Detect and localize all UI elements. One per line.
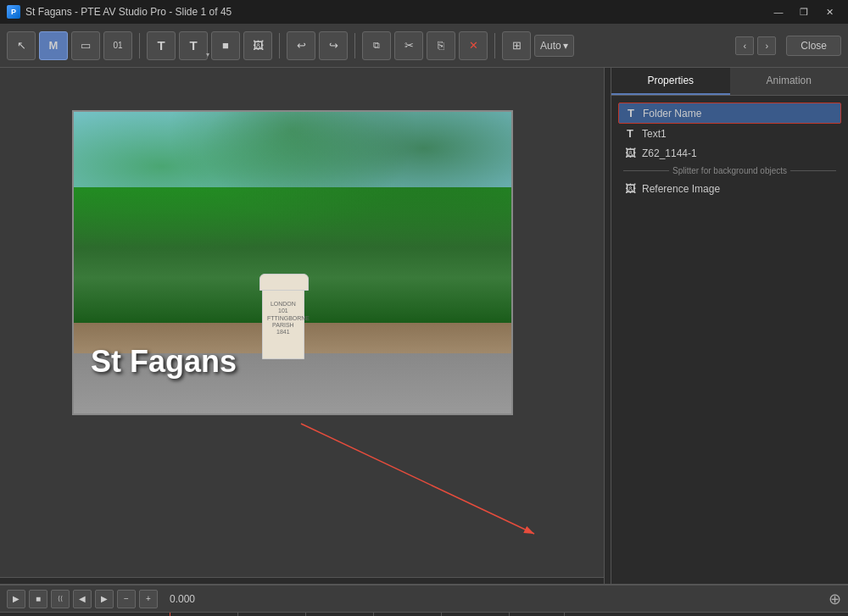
timeline-body xyxy=(0,613,848,616)
tree-overlay xyxy=(74,112,511,293)
stop-button[interactable]: ■ xyxy=(29,590,47,608)
z62-icon: 🖼 xyxy=(623,147,637,159)
vertical-scrollbar[interactable] xyxy=(604,68,611,584)
maximize-button[interactable]: ❒ xyxy=(792,3,816,20)
layer-text1[interactable]: T Text1 xyxy=(618,124,841,143)
timeline-controls: ▶ ■ ⟨⟨ ◀ ▶ − + 0.000 ⊕ xyxy=(0,585,848,613)
app-icon: P xyxy=(7,5,20,19)
toolbar: ↖ M ▭ 01 T T ▾ ■ 🖼 ↩ ↪ ⧉ ✂ ⎘ ✕ ⊞ Auto ▾ … xyxy=(0,24,848,68)
dashed-line-5 xyxy=(509,613,510,616)
auto-dropdown-label: Auto xyxy=(540,40,561,52)
separator-1 xyxy=(139,33,140,58)
nav-arrows: ‹ › Close xyxy=(735,36,841,56)
layer-z62-label: Z62_1144-1 xyxy=(642,147,697,159)
dashed-line-2 xyxy=(305,613,306,616)
minimize-button[interactable]: — xyxy=(767,3,790,20)
timeline-time-display: 0.000 xyxy=(170,593,195,605)
minus-button[interactable]: − xyxy=(117,590,136,608)
dashed-line-6 xyxy=(564,613,565,616)
text1-icon: T xyxy=(623,127,637,140)
timeline-track-area xyxy=(0,613,848,616)
separator-3 xyxy=(354,33,355,58)
step-fwd-button[interactable]: ▶ xyxy=(95,590,114,608)
shape-tool-button[interactable]: ■ xyxy=(211,31,240,60)
text-icon: T xyxy=(624,107,638,119)
layer-text1-label: Text1 xyxy=(642,128,667,140)
svg-line-1 xyxy=(301,424,534,534)
mask-tool-button[interactable]: M xyxy=(39,31,68,60)
panel-tabs: Properties Animation xyxy=(611,68,848,96)
dashed-line-1 xyxy=(237,613,238,616)
slide-view-button[interactable]: ⊞ xyxy=(502,31,531,60)
window-title: St Fagans - PTE AV Studio Pro - Slide 1 … xyxy=(25,6,232,18)
reference-image-icon: 🖼 xyxy=(623,182,637,195)
slide-background: LONDON101FTTINGBORNEPARISH1841 St Fagans xyxy=(74,112,511,413)
dashed-line-4 xyxy=(441,613,442,616)
auto-dropdown[interactable]: Auto ▾ xyxy=(534,35,574,57)
separator-4 xyxy=(494,33,495,58)
playhead-line xyxy=(170,613,170,616)
copy-button[interactable]: ⎘ xyxy=(427,31,455,60)
rewind-button[interactable]: ⟨⟨ xyxy=(51,590,70,608)
main-area: LONDON101FTTINGBORNEPARISH1841 St Fagans… xyxy=(0,68,848,584)
close-button[interactable]: Close xyxy=(786,36,841,56)
play-button[interactable]: ▶ xyxy=(7,590,25,608)
tab-animation[interactable]: Animation xyxy=(730,68,849,95)
tab-properties[interactable]: Properties xyxy=(611,68,730,95)
next-arrow-button[interactable]: › xyxy=(757,36,776,55)
window-controls: — ❒ ✕ xyxy=(767,3,841,20)
cut-button[interactable]: ✂ xyxy=(394,31,423,60)
text-tool-button[interactable]: T xyxy=(147,31,176,60)
milestone-top xyxy=(259,274,309,291)
close-window-button[interactable]: ✕ xyxy=(817,3,841,20)
move-icon[interactable]: ⊕ xyxy=(828,590,841,608)
image-tool-button[interactable]: 🖼 xyxy=(243,31,272,60)
title-left: P St Fagans - PTE AV Studio Pro - Slide … xyxy=(7,5,232,19)
plus-button[interactable]: + xyxy=(139,590,158,608)
frame-tool-button[interactable]: ▭ xyxy=(71,31,100,60)
delete-button[interactable]: ✕ xyxy=(459,31,488,60)
copy-timing-button[interactable]: ⧉ xyxy=(362,31,391,60)
cursor-tool-button[interactable]: ↖ xyxy=(7,31,36,60)
titlebar: P St Fagans - PTE AV Studio Pro - Slide … xyxy=(0,0,848,24)
layer-reference-image-label: Reference Image xyxy=(642,183,720,195)
horizontal-scrollbar[interactable] xyxy=(0,577,604,584)
layer-z62[interactable]: 🖼 Z62_1144-1 xyxy=(618,143,841,163)
timeline-arrow-svg xyxy=(0,613,848,616)
slide-title-text: St Fagans xyxy=(91,344,237,380)
panel-content: T Folder Name T Text1 🖼 Z62_1144-1 Split… xyxy=(611,96,848,584)
timeline: ▶ ■ ⟨⟨ ◀ ▶ − + 0.000 ⊕ xyxy=(0,584,848,616)
layer-folder-name-label: Folder Name xyxy=(643,108,701,119)
counter-tool-button[interactable]: 01 xyxy=(103,31,132,60)
prev-arrow-button[interactable]: ‹ xyxy=(735,36,754,55)
text-tool-dropdown[interactable]: T xyxy=(179,31,208,60)
separator-2 xyxy=(279,33,280,58)
undo-button[interactable]: ↩ xyxy=(287,31,315,60)
canvas-area: LONDON101FTTINGBORNEPARISH1841 St Fagans xyxy=(0,68,611,584)
splitter-divider: Splitter for background objects xyxy=(618,163,841,179)
chevron-down-icon: ▾ xyxy=(563,40,568,52)
slide-canvas[interactable]: LONDON101FTTINGBORNEPARISH1841 St Fagans xyxy=(72,110,513,415)
milestone-stone: LONDON101FTTINGBORNEPARISH1841 xyxy=(262,283,304,359)
dashed-line-3 xyxy=(373,613,374,616)
properties-panel: Properties Animation T Folder Name T Tex… xyxy=(611,68,848,584)
step-back-button[interactable]: ◀ xyxy=(73,590,92,608)
layer-folder-name[interactable]: T Folder Name xyxy=(618,103,841,124)
redo-button[interactable]: ↪ xyxy=(319,31,348,60)
layer-reference-image[interactable]: 🖼 Reference Image xyxy=(618,179,841,198)
